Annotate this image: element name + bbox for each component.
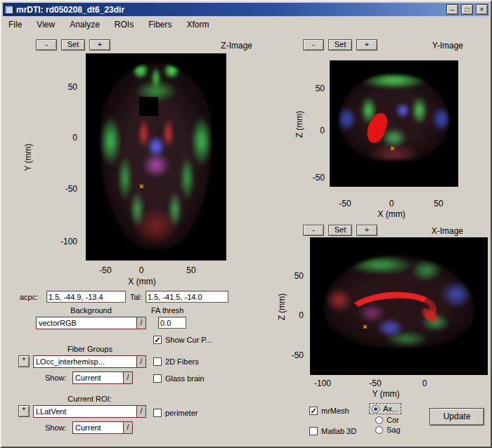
z-set-button[interactable]: Set xyxy=(61,39,85,51)
popup-arrow-icon[interactable]: / xyxy=(136,406,145,417)
tal-input[interactable] xyxy=(145,291,228,303)
titlebar[interactable]: mrDTI: rd050208_dt6_23dir – □ × xyxy=(3,3,489,16)
acpc-input[interactable] xyxy=(46,291,126,303)
menu-view[interactable]: View xyxy=(37,20,55,29)
radio-axial-label: Ax... xyxy=(383,404,399,413)
radio-coronal[interactable]: Cor xyxy=(375,416,399,424)
x-set-button[interactable]: Set xyxy=(328,225,352,236)
radio-axial-icon xyxy=(372,405,380,413)
current-roi-label: Current ROI: xyxy=(33,395,146,403)
menu-xform[interactable]: Xform xyxy=(187,20,209,29)
y-ytick-2: -50 xyxy=(304,173,325,183)
x-ytick-0: 50 xyxy=(283,271,304,281)
y-xtick-2: 50 xyxy=(425,199,453,209)
roi-show-popup-value: Current xyxy=(73,423,123,432)
x-zoom-in-button[interactable]: + xyxy=(356,225,377,236)
z-xtick-0: -50 xyxy=(91,265,119,275)
perimeter-checkbox[interactable] xyxy=(153,409,162,417)
axial-roi-notch xyxy=(139,97,158,116)
menubar: File View Analyze ROIs Fibers Xform xyxy=(1,16,491,33)
matlab-3d-label: Matlab 3D xyxy=(321,427,356,435)
popup-arrow-icon[interactable]: / xyxy=(123,372,132,383)
perimeter-label: perimeter xyxy=(165,409,198,417)
z-ytick-1: 0 xyxy=(53,133,77,143)
y-y-axis-label: Z (mm) xyxy=(294,103,304,145)
popup-arrow-icon[interactable]: / xyxy=(136,317,145,329)
y-zoom-out-button[interactable]: - xyxy=(303,39,324,51)
fiber-groups-star-button[interactable]: * xyxy=(18,355,30,367)
close-button[interactable]: × xyxy=(476,4,488,15)
x-xtick-1: -50 xyxy=(360,378,391,388)
z-x-axis-label: X (mm) xyxy=(114,277,170,286)
app-window: mrDTI: rd050208_dt6_23dir – □ × File Vie… xyxy=(0,0,492,448)
z-y-axis-label: Y (mm) xyxy=(23,136,33,178)
z-image-canvas[interactable]: × xyxy=(86,53,226,261)
z-image-title: Z-Image xyxy=(193,41,252,51)
tal-label: Tal: xyxy=(130,293,142,301)
minimize-button[interactable]: – xyxy=(446,4,458,15)
menu-rois[interactable]: ROIs xyxy=(115,20,134,29)
y-image-canvas[interactable]: × xyxy=(330,60,458,187)
y-ytick-0: 50 xyxy=(304,84,325,93)
y-crosshair-marker-icon: × xyxy=(390,145,394,152)
y-zoom-in-button[interactable]: + xyxy=(356,39,377,51)
matlab-3d-checkbox[interactable] xyxy=(309,427,318,435)
z-ytick-2: -50 xyxy=(53,184,77,194)
fiber-show-popup[interactable]: Current / xyxy=(72,371,133,384)
2d-fibers-checkbox[interactable] xyxy=(153,357,162,366)
roi-show-popup[interactable]: Current / xyxy=(72,421,133,434)
radio-sagittal[interactable]: Sag xyxy=(375,426,401,434)
fa-thresh-label: FA thresh xyxy=(151,306,183,315)
menu-analyze[interactable]: Analyze xyxy=(70,20,100,29)
main-content: - Set + Z-Image × Y (mm) 50 0 -50 -100 -… xyxy=(3,33,489,447)
current-roi-popup[interactable]: LLatVent / xyxy=(33,405,146,418)
y-x-axis-label: X (mm) xyxy=(363,209,420,219)
fiber-groups-label: Fiber Groups xyxy=(34,345,146,353)
mrmesh-label: mrMesh xyxy=(321,407,349,415)
background-label: Background xyxy=(36,306,146,315)
radio-coronal-icon xyxy=(375,416,383,424)
y-set-button[interactable]: Set xyxy=(328,39,352,51)
z-zoom-out-button[interactable]: - xyxy=(36,39,57,51)
menu-file[interactable]: File xyxy=(8,20,22,29)
z-xtick-1: 0 xyxy=(127,265,155,275)
glass-brain-checkbox[interactable] xyxy=(153,374,162,383)
x-zoom-out-button[interactable]: - xyxy=(303,225,324,236)
radio-sagittal-label: Sag xyxy=(387,426,401,434)
maximize-button[interactable]: □ xyxy=(461,4,473,15)
radio-coronal-label: Cor xyxy=(387,416,399,424)
window-title: mrDTI: rd050208_dt6_23dir xyxy=(16,4,444,16)
x-xtick-2: 0 xyxy=(409,378,440,388)
fa-thresh-input[interactable] xyxy=(158,317,186,329)
update-button[interactable]: Update xyxy=(429,408,484,426)
show-cur-position-checkbox[interactable]: ✓ xyxy=(153,336,162,344)
z-crosshair-marker-icon: × xyxy=(139,183,143,190)
z-zoom-in-button[interactable]: + xyxy=(89,39,110,51)
radio-axial[interactable]: Ax... xyxy=(370,404,401,414)
menu-fibers[interactable]: Fibers xyxy=(148,20,171,29)
acpc-label: acpc: xyxy=(20,293,38,301)
x-image-canvas[interactable]: × xyxy=(310,237,488,375)
y-xtick-1: 0 xyxy=(377,199,406,209)
background-popup-value: vectorRGB xyxy=(37,319,136,327)
popup-arrow-icon[interactable]: / xyxy=(123,422,132,433)
app-icon xyxy=(4,5,13,14)
x-image-title: X-Image xyxy=(403,226,463,236)
x-y-axis-label: Z (mm) xyxy=(277,286,287,328)
mrmesh-checkbox[interactable]: ✓ xyxy=(309,407,318,415)
fiber-show-label: Show: xyxy=(45,374,67,382)
roi-show-label: Show: xyxy=(45,423,67,432)
fiber-show-popup-value: Current xyxy=(73,374,123,382)
z-ytick-0: 50 xyxy=(53,82,77,92)
roi-star-button[interactable]: * xyxy=(18,405,30,417)
fiber-groups-popup[interactable]: LOcc_interhemisp... / xyxy=(33,355,146,368)
z-xtick-2: 50 xyxy=(177,265,205,275)
fiber-groups-popup-value: LOcc_interhemisp... xyxy=(34,357,136,366)
show-cur-position-label: Show Cur P... xyxy=(165,336,212,344)
background-popup[interactable]: vectorRGB / xyxy=(36,317,146,329)
x-crosshair-marker-icon: × xyxy=(363,323,367,331)
x-ytick-2: -50 xyxy=(283,350,304,360)
x-xtick-0: -100 xyxy=(307,378,338,388)
popup-arrow-icon[interactable]: / xyxy=(136,356,145,367)
glass-brain-label: Glass brain xyxy=(165,374,205,383)
